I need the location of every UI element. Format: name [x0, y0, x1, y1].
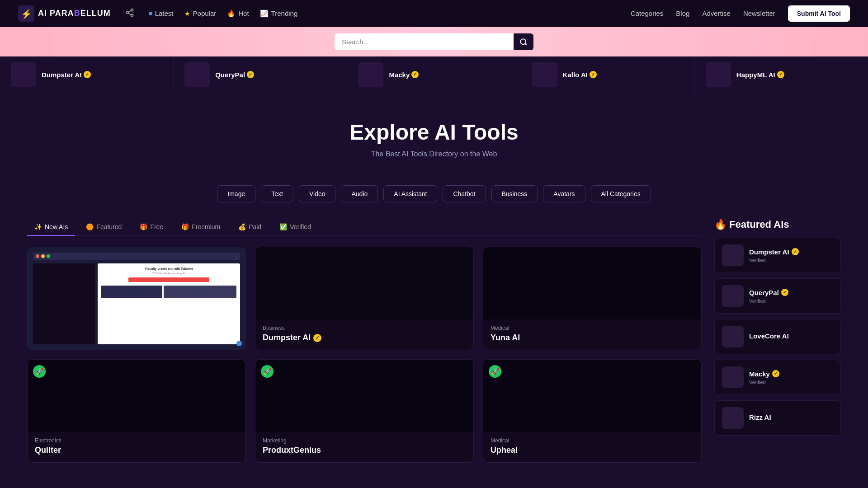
featured-ai-thumb-lovecore: [722, 326, 744, 347]
filter-paid[interactable]: 💰 Paid: [231, 219, 269, 236]
featured-dumpster-verified: ✓: [792, 248, 799, 255]
quilter-category: Electronics: [35, 437, 238, 444]
dumpster-name: Dumpster AI ✓: [263, 333, 466, 343]
hero: Explore AI Tools The Best AI Tools Direc…: [0, 93, 868, 173]
featured-ai-querypal[interactable]: QueryPal ✓ Verified: [714, 278, 841, 314]
strip-item-2[interactable]: Macky ✓: [347, 56, 521, 93]
logo-text: AI PARABELLUM: [38, 9, 111, 18]
wf-canvas-button: [128, 277, 209, 282]
search-input[interactable]: [335, 33, 533, 50]
featured-macky-status: Verified: [749, 380, 833, 385]
filter-featured[interactable]: 🟠 Featured: [79, 219, 129, 236]
filter-verified[interactable]: ✅ Verified: [272, 219, 318, 236]
strip-name-happyml: HappyML AI ✓: [736, 71, 784, 79]
main-content: ✨ New AIs 🟠 Featured 🎁 Free 🎁 Freemium 💰…: [0, 219, 868, 488]
category-ai-assistant[interactable]: AI Assistant: [383, 185, 437, 202]
featured-ai-macky[interactable]: Macky ✓ Verified: [714, 360, 841, 395]
nav-links: Latest ★ Popular 🔥 Hot 📈 Trending: [149, 9, 298, 18]
wf-canvas-text1: Visually create and edit Tailwind: [101, 267, 236, 270]
verified-badge: ✓: [247, 71, 254, 78]
quilter-card-body: Electronics Quilter: [28, 432, 245, 462]
nav-advertise[interactable]: Advertise: [702, 9, 731, 17]
category-business[interactable]: Business: [491, 185, 538, 202]
strip-thumb-kallo: [532, 62, 557, 87]
featured-ai-info-lovecore: LoveCore AI: [749, 332, 833, 342]
produstgenius-name: ProduxtGenius: [263, 446, 466, 455]
submit-ai-tool-button[interactable]: Submit AI Tool: [788, 5, 850, 22]
category-video[interactable]: Video: [299, 185, 336, 202]
upheal-name: Upheal: [491, 446, 694, 455]
featured-ai-info-querypal: QueryPal ✓ Verified: [749, 289, 833, 304]
tool-card-yuna[interactable]: Medical Yuna AI: [483, 247, 702, 350]
category-audio[interactable]: Audio: [341, 185, 378, 202]
featured-ai-rizz[interactable]: Rizz AI: [714, 400, 841, 436]
wf-ui-box1: [101, 286, 162, 298]
produstgenius-image: 🚀: [255, 360, 473, 432]
logo[interactable]: ⚡ AI PARABELLUM: [18, 5, 111, 22]
left-panel: ✨ New AIs 🟠 Featured 🎁 Free 🎁 Freemium 💰…: [27, 219, 702, 463]
featured-ai-dumpster[interactable]: Dumpster AI ✓ Verified: [714, 238, 841, 273]
nav-popular[interactable]: ★ Popular: [184, 9, 217, 17]
svg-line-6: [128, 10, 131, 12]
hero-subtitle: The Best AI Tools Directory on the Web: [9, 150, 859, 158]
filter-tabs: ✨ New AIs 🟠 Featured 🎁 Free 🎁 Freemium 💰…: [27, 219, 702, 236]
svg-text:⚡: ⚡: [21, 9, 32, 19]
filter-freemium[interactable]: 🎁 Freemium: [174, 219, 227, 236]
filter-free[interactable]: 🎁 Free: [132, 219, 170, 236]
nav-categories[interactable]: Categories: [631, 9, 664, 17]
category-image[interactable]: Image: [217, 185, 255, 202]
category-avatars[interactable]: Avatars: [543, 185, 585, 202]
nav-hot[interactable]: 🔥 Hot: [227, 9, 249, 18]
strip-thumb-querypal: [184, 62, 210, 87]
svg-line-8: [525, 43, 526, 45]
strip-name-kallo: Kallo AI ✓: [563, 71, 597, 79]
verified-badge: ✓: [777, 71, 784, 78]
strip-item-3[interactable]: Kallo AI ✓: [521, 56, 695, 93]
svg-point-3: [126, 11, 128, 14]
upheal-new-badge: 🚀: [489, 365, 501, 378]
strip-thumb-macky: [358, 62, 383, 87]
gift-icon: 🎁: [140, 223, 147, 230]
strip-item-0[interactable]: Dumpster AI ✓: [0, 56, 174, 93]
strip-name-dumpster: Dumpster AI ✓: [42, 71, 91, 79]
logo-icon: ⚡: [18, 5, 34, 22]
category-all[interactable]: All Categories: [591, 185, 651, 202]
featured-ai-lovecore[interactable]: LoveCore AI: [714, 319, 841, 354]
tools-grid: Visually create and edit Tailwind CSS UI…: [27, 247, 702, 463]
nav-newsletter[interactable]: Newsletter: [743, 9, 775, 17]
strip-item-1[interactable]: QueryPal ✓: [174, 56, 347, 93]
tool-card-produstgenius[interactable]: 🚀 Marketing ProduxtGenius: [255, 359, 474, 463]
featured-ai-thumb-querypal: [722, 285, 744, 307]
wf-sidebar: [33, 263, 95, 344]
nav-blog[interactable]: Blog: [676, 9, 689, 17]
yuna-card-body: Medical Yuna AI: [483, 319, 701, 350]
right-panel: 🔥 Featured AIs Dumpster AI ✓ Verified Qu…: [714, 219, 841, 463]
share-icon[interactable]: [125, 8, 134, 19]
featured-ai-name-macky: Macky ✓: [749, 370, 833, 378]
category-chatbot[interactable]: Chatbot: [443, 185, 486, 202]
tool-card-windframe[interactable]: Visually create and edit Tailwind CSS UI…: [27, 247, 246, 350]
filter-new-ais[interactable]: ✨ New AIs: [27, 219, 75, 236]
tool-card-upheal[interactable]: 🚀 Medical Upheal: [483, 359, 702, 463]
featured-ais-title: 🔥 Featured AIs: [714, 219, 841, 230]
tool-card-dumpster[interactable]: Business Dumpster AI ✓: [255, 247, 474, 350]
category-text[interactable]: Text: [261, 185, 293, 202]
gift2-icon: 🎁: [181, 223, 189, 230]
strip-item-4[interactable]: HappyML AI ✓: [695, 56, 868, 93]
featured-dumpster-status: Verified: [749, 258, 833, 263]
tool-card-quilter[interactable]: 🚀 Electronics Quilter: [27, 359, 246, 463]
trending-icon: 📈: [260, 9, 269, 18]
featured-strip: Dumpster AI ✓ QueryPal ✓ Macky ✓ Kallo A…: [0, 56, 868, 93]
nav-trending[interactable]: 📈 Trending: [260, 9, 298, 18]
search-bar-wrapper: [0, 27, 868, 56]
dumpster-verified-badge: ✓: [313, 334, 321, 342]
search-button[interactable]: [514, 33, 533, 50]
wf-main-area: Visually create and edit Tailwind CSS UI…: [33, 263, 240, 344]
upheal-category: Medical: [491, 437, 694, 444]
orange-dot-icon: 🟠: [86, 223, 94, 230]
check-icon: ✅: [279, 223, 287, 230]
yuna-image: [483, 247, 701, 319]
produstgenius-card-body: Marketing ProduxtGenius: [255, 432, 473, 462]
quilter-image: 🚀: [28, 360, 245, 432]
nav-latest[interactable]: Latest: [149, 9, 174, 17]
